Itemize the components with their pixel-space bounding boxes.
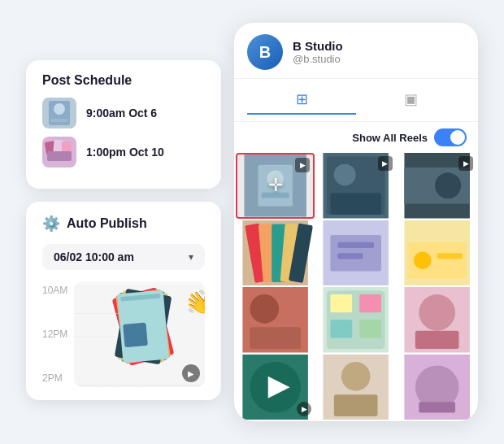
schedule-item-1: 9:00am Oct 6: [42, 98, 205, 128]
svg-point-61: [341, 361, 371, 390]
reels-toggle[interactable]: [434, 128, 467, 146]
svg-rect-62: [334, 394, 378, 416]
svg-point-46: [250, 294, 279, 324]
time-label-12pm: 12PM: [42, 329, 67, 340]
reels-bar: Show All Reels: [234, 122, 478, 153]
reels-icon: ▣: [404, 90, 418, 108]
grid-cell-3: ▶: [398, 153, 476, 219]
svg-rect-53: [359, 320, 381, 337]
time-label-2pm: 2PM: [42, 372, 67, 384]
toggle-knob: [450, 130, 465, 145]
auto-publish-title: Auto Publish: [67, 216, 147, 231]
svg-rect-40: [338, 253, 363, 259]
svg-rect-17: [124, 323, 149, 348]
svg-point-2: [54, 103, 65, 115]
grid-cell-7: [236, 287, 315, 353]
profile-name: B Studio: [293, 39, 465, 53]
svg-rect-51: [359, 294, 381, 312]
video-badge: ▶: [182, 364, 200, 382]
svg-point-55: [419, 294, 455, 331]
datetime-select[interactable]: 06/02 10:00 am ▾: [42, 244, 205, 270]
grid-cell-6: [398, 220, 476, 286]
svg-point-26: [334, 163, 356, 185]
cell-badge-3: ▶: [458, 156, 473, 171]
grid-cell-10: ▶: [236, 355, 315, 420]
time-labels: 10AM 12PM 2PM: [42, 281, 67, 387]
grid-cell-5: [316, 220, 395, 286]
cell-badge-featured: ▶: [295, 158, 310, 172]
cell-badge-2: ▶: [378, 156, 393, 171]
dropdown-arrow-icon: ▾: [189, 251, 193, 263]
tab-grid[interactable]: ⊞: [247, 85, 356, 115]
grid-cell-9: [398, 287, 476, 353]
schedule-time-1: 9:00am Oct 6: [86, 107, 157, 120]
datetime-value: 06/02 10:00 am: [54, 250, 134, 263]
profile-handle: @b.studio: [293, 53, 465, 65]
scene: Post Schedule 9:00am Oct 6: [0, 0, 504, 444]
grid-cell-12: [398, 355, 476, 420]
grid-cell-2: ▶: [316, 153, 395, 219]
post-schedule-title: Post Schedule: [42, 73, 205, 88]
timeline-area: 10AM 12PM 2PM: [42, 281, 205, 387]
svg-rect-52: [331, 320, 353, 337]
svg-point-43: [414, 251, 431, 268]
grid-cell-featured[interactable]: ✛ ▶: [236, 153, 315, 219]
profile-info: B Studio @b.studio: [293, 39, 465, 65]
svg-point-30: [435, 172, 461, 198]
reels-label: Show All Reels: [352, 132, 428, 144]
schedule-thumb-1: [42, 98, 76, 128]
grid-cell-8: [316, 287, 395, 353]
left-column: Post Schedule 9:00am Oct 6: [26, 60, 221, 400]
tab-reels[interactable]: ▣: [356, 85, 465, 115]
auto-publish-header: ⚙️ Auto Publish: [42, 215, 205, 233]
svg-rect-39: [338, 242, 375, 247]
auto-publish-icon: ⚙️: [42, 215, 60, 233]
post-schedule-card: Post Schedule 9:00am Oct 6: [26, 60, 221, 189]
photo-grid: ✛ ▶ ▶ ▶: [234, 153, 478, 421]
auto-publish-card: ⚙️ Auto Publish 06/02 10:00 am ▾ 10AM 12…: [26, 202, 221, 400]
move-icon: ✛: [268, 175, 283, 196]
svg-rect-44: [437, 253, 462, 259]
avatar: B: [247, 34, 283, 70]
timeline-content: 👋 ▶: [74, 281, 205, 387]
schedule-thumb-2: [42, 137, 76, 168]
phone-tabs: ⊞ ▣: [234, 79, 478, 122]
phone-card: B B Studio @b.studio ⊞ ▣ Show All Reels: [234, 23, 478, 421]
grid-cell-11: [316, 355, 395, 420]
grid-icon: ⊞: [296, 90, 308, 108]
svg-rect-27: [331, 193, 382, 215]
svg-rect-50: [331, 294, 353, 312]
svg-rect-8: [47, 151, 72, 161]
svg-rect-3: [50, 119, 68, 122]
svg-rect-65: [419, 402, 455, 412]
schedule-time-2: 1:00pm Oct 10: [86, 146, 164, 159]
schedule-item-2: 1:00pm Oct 10: [42, 137, 205, 168]
svg-rect-56: [415, 331, 458, 349]
phone-header: B B Studio @b.studio: [234, 23, 478, 79]
svg-rect-47: [250, 327, 301, 349]
time-label-10am: 10AM: [42, 285, 67, 296]
avatar-letter: B: [259, 43, 271, 62]
grid-cell-4: [236, 220, 315, 286]
